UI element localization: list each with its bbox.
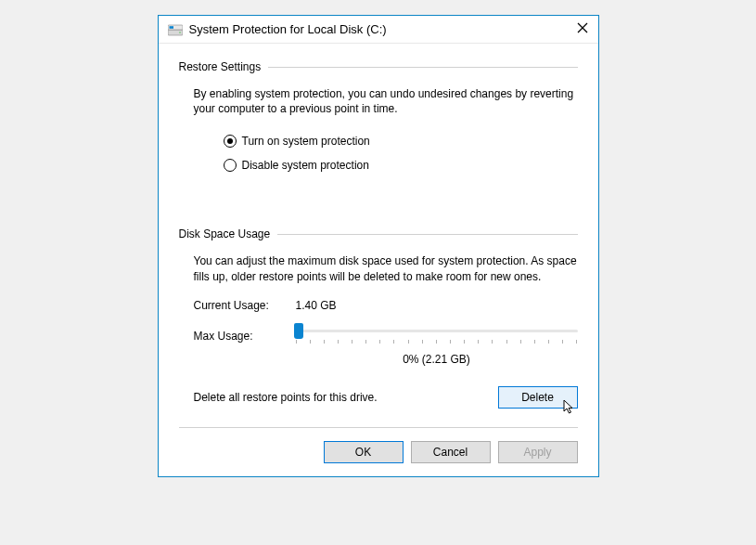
restore-settings-section: Restore Settings By enabling system prot… bbox=[179, 60, 578, 172]
restore-settings-heading: Restore Settings bbox=[179, 60, 262, 73]
disk-description: You can adjust the maximum disk space us… bbox=[194, 253, 578, 283]
svg-point-3 bbox=[179, 32, 181, 33]
radio-turn-on-label: Turn on system protection bbox=[242, 135, 370, 148]
slider-thumb[interactable] bbox=[294, 323, 303, 339]
cancel-button[interactable]: Cancel bbox=[411, 441, 491, 463]
restore-description: By enabling system protection, you can u… bbox=[194, 86, 578, 116]
close-button[interactable] bbox=[576, 21, 589, 37]
drive-icon bbox=[168, 22, 183, 37]
disk-space-heading: Disk Space Usage bbox=[179, 227, 271, 240]
radio-disable-label: Disable system protection bbox=[242, 159, 369, 172]
dialog-title: System Protection for Local Disk (C:) bbox=[189, 22, 576, 36]
svg-rect-2 bbox=[169, 26, 173, 29]
max-usage-label: Max Usage: bbox=[194, 330, 296, 343]
max-usage-slider[interactable] bbox=[296, 323, 578, 349]
titlebar: System Protection for Local Disk (C:) bbox=[159, 16, 598, 44]
current-usage-value: 1.40 GB bbox=[296, 299, 337, 312]
disk-space-section: Disk Space Usage You can adjust the maxi… bbox=[179, 227, 578, 408]
close-icon bbox=[576, 21, 589, 34]
radio-unselected-icon bbox=[224, 159, 237, 172]
ok-button[interactable]: OK bbox=[324, 441, 404, 463]
delete-button[interactable]: Delete bbox=[498, 386, 578, 409]
max-usage-value: 0% (2.21 GB) bbox=[194, 353, 578, 366]
apply-button[interactable]: Apply bbox=[498, 441, 578, 463]
radio-turn-on-protection[interactable]: Turn on system protection bbox=[224, 135, 578, 148]
dialog-footer: OK Cancel Apply bbox=[179, 428, 578, 463]
radio-selected-icon bbox=[224, 135, 237, 148]
radio-disable-protection[interactable]: Disable system protection bbox=[224, 159, 578, 172]
current-usage-label: Current Usage: bbox=[194, 299, 296, 312]
delete-description: Delete all restore points for this drive… bbox=[194, 391, 378, 404]
system-protection-dialog: System Protection for Local Disk (C:) Re… bbox=[158, 15, 599, 477]
current-usage-row: Current Usage: 1.40 GB bbox=[194, 299, 578, 312]
